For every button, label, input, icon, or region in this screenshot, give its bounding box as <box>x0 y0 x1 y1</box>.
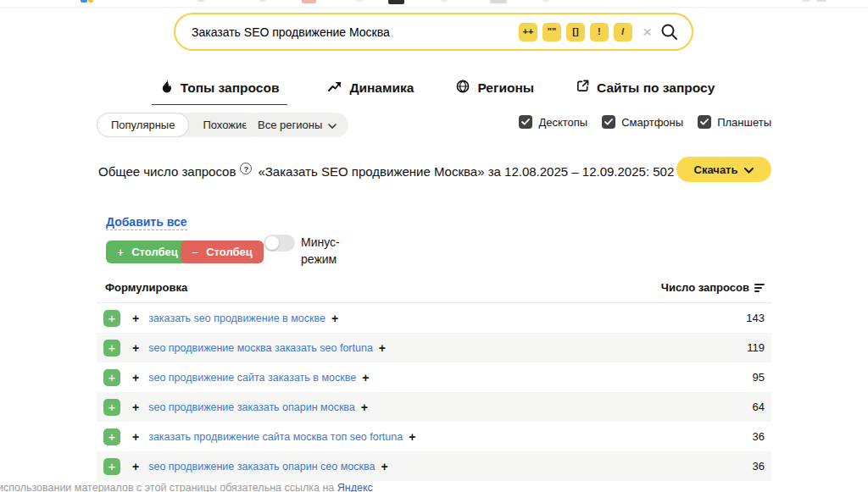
download-label: Скачать <box>694 163 738 176</box>
flame-icon <box>160 79 173 97</box>
footer-text: использовании материалов с этой страницы… <box>0 482 337 492</box>
checkbox-checked-icon <box>602 115 615 129</box>
popularity-segmented-control: Популярные Похожие <box>97 113 262 137</box>
browser-bar-fragment <box>388 0 404 4</box>
remove-column-button[interactable]: − Столбец <box>181 240 264 263</box>
plus-append-icon[interactable]: + <box>379 341 386 355</box>
add-phrase-button[interactable]: + <box>103 458 120 475</box>
checkbox-smartphones[interactable]: Смартфоны <box>602 115 683 129</box>
browser-bar-fragment <box>356 0 363 2</box>
total-queries-summary: Общее число запросов ? «Заказать SEO про… <box>98 163 674 180</box>
table-row: + + заказать продвижение сайта москва то… <box>97 422 771 451</box>
summary-value: «Заказать SEO продвижение Москва» за 12.… <box>258 164 674 179</box>
clear-search-icon[interactable]: × <box>643 24 652 40</box>
row-count: 95 <box>753 371 765 384</box>
tab-label: Топы запросов <box>181 80 280 96</box>
add-phrase-button[interactable]: + <box>103 399 120 416</box>
browser-bar-fragment <box>88 0 93 3</box>
browser-bar-fragment <box>198 0 204 2</box>
add-phrase-button[interactable]: + <box>103 340 120 357</box>
checkbox-tablets[interactable]: Планшеты <box>698 115 771 129</box>
plus-append-icon[interactable]: + <box>381 460 387 473</box>
footer-copyright: использовании материалов с этой страницы… <box>0 482 373 492</box>
sort-descending-icon <box>754 284 765 292</box>
plus-operator-icon[interactable]: + <box>132 312 139 325</box>
add-phrase-button[interactable]: + <box>103 369 120 386</box>
tab-sayty-po-zaprosu[interactable]: Сайты по запросу <box>575 77 716 105</box>
row-count: 64 <box>753 401 765 413</box>
tabs-bar: Топы запросов Динамика Регионы <box>0 77 868 105</box>
row-count: 36 <box>753 430 765 443</box>
add-all-link[interactable]: Добавить все <box>106 215 187 230</box>
plus-append-icon[interactable]: + <box>331 312 338 325</box>
table-row: + + seo продвижение сайта заказать в мос… <box>97 362 771 392</box>
phrase-link[interactable]: заказать seo продвижение в москве <box>148 312 326 324</box>
help-icon[interactable]: ? <box>240 163 252 174</box>
table-row: + + seo продвижение москва заказать seo … <box>97 333 771 362</box>
globe-icon <box>456 80 470 97</box>
operator-exclamation-button[interactable]: ! <box>590 23 609 41</box>
phrase-link[interactable]: seo продвижение заказать опарин сео моск… <box>148 461 375 473</box>
device-filters: Десктопы Смартфоны Планшеты <box>519 115 771 129</box>
search-icon[interactable] <box>659 22 680 42</box>
add-phrase-button[interactable]: + <box>103 428 120 445</box>
tab-tops-zaprosov[interactable]: Топы запросов <box>152 77 288 105</box>
add-column-label: Столбец <box>131 246 178 258</box>
plus-append-icon[interactable]: + <box>361 401 368 414</box>
search-operators: ++ "" [] ! / <box>519 23 632 41</box>
operator-plus-plus-button[interactable]: ++ <box>519 23 537 41</box>
download-button[interactable]: Скачать <box>676 157 771 182</box>
column-header-count[interactable]: Число запросов <box>661 281 765 294</box>
region-selector-label: Все регионы <box>258 119 322 131</box>
search-bar[interactable]: Заказать SEO продвижение Москва ++ "" []… <box>174 13 693 51</box>
filters-row: Популярные Похожие Все регионы Десктопы … <box>0 113 868 138</box>
plus-operator-icon[interactable]: + <box>132 460 139 473</box>
plus-operator-icon[interactable]: + <box>132 341 139 355</box>
browser-bar-fragment <box>302 0 316 3</box>
tab-dinamika[interactable]: Динамика <box>326 77 415 105</box>
checkbox-desktops[interactable]: Десктопы <box>519 115 587 129</box>
region-selector[interactable]: Все регионы <box>246 113 348 137</box>
column-header-phrase: Формулировка <box>105 281 187 294</box>
phrase-link[interactable]: заказать продвижение сайта москва топ se… <box>148 431 403 443</box>
phrase-link[interactable]: seo продвижение москва заказать seo fort… <box>148 342 373 354</box>
queries-table: Формулировка Число запросов + + заказать… <box>97 281 771 481</box>
operator-brackets-button[interactable]: [] <box>566 23 585 41</box>
wordstat-page: Заказать SEO продвижение Москва ++ "" []… <box>0 0 868 492</box>
plus-operator-icon[interactable]: + <box>132 430 139 444</box>
browser-bar-fragment <box>81 0 87 3</box>
column-header-count-label: Число запросов <box>661 281 749 294</box>
tab-label: Сайты по запросу <box>597 80 715 96</box>
plus-icon: + <box>117 246 124 259</box>
browser-bar-fragment <box>816 0 826 2</box>
operator-quotes-button[interactable]: "" <box>542 23 561 41</box>
phrase-link[interactable]: seo продвижение заказать опарин москва <box>148 401 355 413</box>
browser-bar-fragment <box>802 0 810 2</box>
yandex-link[interactable]: Яндекс <box>337 482 373 492</box>
browser-bar-fragment <box>441 0 448 2</box>
checkbox-label: Смартфоны <box>621 116 683 129</box>
row-count: 143 <box>746 312 765 324</box>
checkbox-checked-icon <box>698 115 711 129</box>
search-input[interactable]: Заказать SEO продвижение Москва <box>192 25 390 39</box>
browser-bar-fragment <box>490 0 507 3</box>
tab-label: Динамика <box>349 80 414 96</box>
summary-prefix: Общее число запросов <box>98 164 236 179</box>
phrase-link[interactable]: seo продвижение сайта заказать в москве <box>148 372 356 384</box>
tab-regiony[interactable]: Регионы <box>454 77 536 105</box>
plus-operator-icon[interactable]: + <box>132 371 139 384</box>
table-row: + + заказать seo продвижение в москве + … <box>97 303 771 333</box>
add-phrase-button[interactable]: + <box>103 310 120 327</box>
checkbox-label: Десктопы <box>538 116 587 129</box>
chevron-down-icon <box>328 119 337 131</box>
segment-popular[interactable]: Популярные <box>97 113 189 137</box>
row-count: 36 <box>753 460 765 473</box>
plus-append-icon[interactable]: + <box>409 430 415 444</box>
minus-mode-toggle[interactable] <box>264 235 295 252</box>
trend-icon <box>328 80 342 96</box>
tab-label: Регионы <box>477 80 534 96</box>
add-column-button[interactable]: + Столбец <box>106 240 189 263</box>
plus-append-icon[interactable]: + <box>362 371 369 384</box>
operator-slash-button[interactable]: / <box>614 23 632 41</box>
plus-operator-icon[interactable]: + <box>132 401 139 414</box>
